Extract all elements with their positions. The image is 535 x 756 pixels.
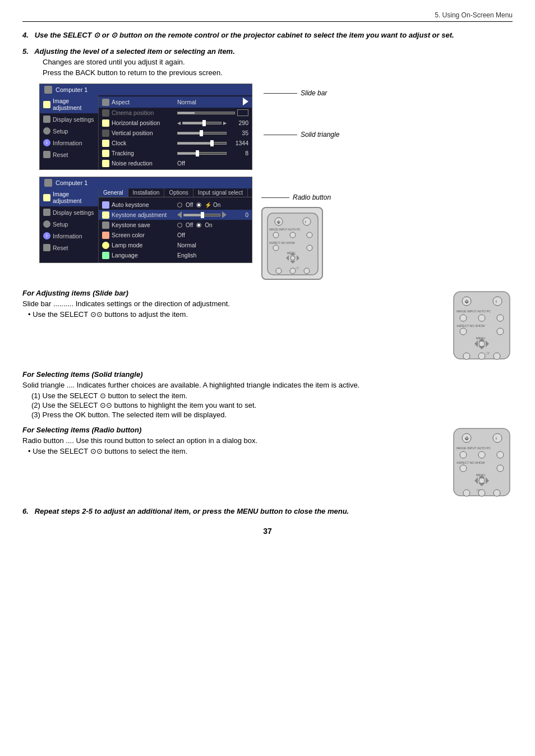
- page-number: 37: [22, 527, 513, 536]
- keystone-adj-bar: [177, 211, 227, 218]
- svg-text:i: i: [496, 299, 497, 304]
- keystone-adj-icon: [102, 211, 109, 219]
- svg-point-42: [494, 353, 500, 359]
- radio-button-p1: Radio button .... Use this round button …: [22, 436, 440, 445]
- solid-triangle-title: For Selecting items (Solid triangle): [22, 370, 513, 379]
- radio-on-1: [196, 202, 201, 208]
- slide-bar-p2: • Use the SELECT ⊙⊙ buttons to adjust th…: [28, 310, 440, 319]
- radio-button-title: For Selecting items (Radio button): [22, 426, 440, 434]
- radio-button-text: For Selecting items (Radio button) Radio…: [22, 426, 440, 458]
- ann-solid-triangle-text: Solid triangle: [301, 131, 339, 139]
- display-icon: [43, 116, 50, 123]
- setup-icon: [43, 127, 50, 135]
- diagram2-wrapper: Computer 1 Image adjustment Display sett…: [39, 177, 513, 280]
- osd2-sidebar-display: Display settings: [40, 206, 98, 218]
- svg-point-8: [307, 232, 312, 238]
- svg-point-25: [493, 297, 502, 306]
- ann-radio-line: [261, 197, 289, 198]
- horiz-slidebar: ◀ ▶: [177, 121, 227, 126]
- radio-button-section: For Selecting items (Radio button) Radio…: [22, 426, 513, 500]
- osd-content-1: Aspect Normal Cinema position: [99, 95, 252, 169]
- svg-point-41: [478, 353, 485, 359]
- remote-1: ⏻ i IMAGE INPUT AUTO PC ASPECT NO SHOW M…: [261, 207, 323, 280]
- svg-point-33: [497, 328, 504, 335]
- step5-section: 5. Adjusting the level of a selected ite…: [22, 47, 513, 77]
- slide-bar-p1: Slide bar .......... Indicates settings …: [22, 299, 440, 308]
- tracking-icon: [102, 150, 109, 157]
- sidebar-item-display: Display settings: [40, 113, 98, 125]
- remote-2-container: ⏻ i IMAGE INPUT AUTO PC ASPECT NO SHOW M…: [451, 289, 513, 363]
- svg-text:ASPECT  NO SHOW: ASPECT NO SHOW: [269, 241, 295, 245]
- osd2-row-keystone-adj: Keystone adjustment 0: [99, 210, 252, 220]
- svg-point-10: [273, 245, 279, 251]
- vert-slidebar: [177, 132, 227, 135]
- cinema-icon: [102, 109, 109, 117]
- osd2-row-auto-keystone: Auto keystone Off ⚡ On: [99, 200, 252, 210]
- solid-triangle-p4: (3) Press the OK button. The selected it…: [31, 411, 513, 419]
- solid-triangle-list: (1) Use the SELECT ⊙ button to select th…: [31, 391, 513, 419]
- osd2-sidebar-setup: Setup: [40, 218, 98, 230]
- sidebar-item-image: Image adjustment: [40, 95, 98, 113]
- sidebar-item-information: i Information: [40, 137, 98, 149]
- solid-triangle-indicator: [243, 98, 248, 105]
- annotations-1: Slide bar Solid triangle: [264, 84, 339, 139]
- horiz-icon: [102, 119, 109, 127]
- step6-section: 6. Repeat steps 2-5 to adjust an additio…: [22, 507, 513, 515]
- osd-inner-1: Image adjustment Display settings Setup …: [40, 95, 252, 169]
- radio-off-1: [177, 202, 182, 208]
- clock-slidebar: [177, 142, 227, 145]
- osd2-reset-icon: [43, 244, 50, 251]
- remote-3-container: ⏻ i IMAGE INPUT AUTO PC ASPECT NO SHOW M…: [451, 426, 513, 500]
- keystone-save-icon: [102, 222, 109, 229]
- osd2-title-icon: [44, 179, 52, 187]
- step5-title: 5. Adjusting the level of a selected ite…: [22, 47, 513, 56]
- aspect-icon: [102, 99, 109, 106]
- svg-text:IMAGE INPUT AUTO PC: IMAGE INPUT AUTO PC: [269, 228, 301, 231]
- diagram2-right: Radio button ⏻ i IMAGE INPUT AUTO PC ASP…: [261, 177, 331, 280]
- osd-row-cinema: Cinema position: [99, 108, 252, 118]
- osd2-row-keystone-save: Keystone save Off On: [99, 220, 252, 230]
- step4-section: 4. Use the SELECT ⊙ or ⊙ button on the r…: [22, 31, 513, 39]
- solid-triangle-section: For Selecting items (Solid triangle) Sol…: [22, 370, 513, 419]
- ann-radio-text: Radio button: [293, 193, 331, 201]
- svg-point-18: [276, 268, 282, 274]
- svg-text:ASPECT    NO SHOW: ASPECT NO SHOW: [456, 324, 485, 328]
- svg-point-50: [460, 451, 467, 458]
- svg-text:☞: ☞: [296, 266, 299, 271]
- tab-general: General: [99, 188, 128, 197]
- svg-text:ASPECT    NO SHOW: ASPECT NO SHOW: [456, 461, 485, 464]
- tab-input-signal: Input signal select: [193, 188, 248, 197]
- step5-sub1: Changes are stored until you adjust it a…: [43, 58, 513, 66]
- sidebar-item-reset: Reset: [40, 149, 98, 160]
- osd2-row-lamp-mode: Lamp mode Normal: [99, 240, 252, 250]
- osd2-sidebar-image: Image adjustment: [40, 188, 98, 206]
- ann-solid-triangle: Solid triangle: [264, 131, 339, 139]
- osd2-title-text: Computer 1: [56, 179, 87, 186]
- svg-point-51: [478, 451, 485, 458]
- osd-title-text: Computer 1: [56, 86, 87, 93]
- svg-point-40: [463, 353, 470, 359]
- svg-point-7: [290, 232, 296, 238]
- solid-triangle-p2: (1) Use the SELECT ⊙ button to select th…: [31, 391, 513, 400]
- info-icon: i: [43, 139, 50, 146]
- svg-point-19: [290, 268, 296, 274]
- osd2-sidebar-reset: Reset: [40, 242, 98, 253]
- tab-installation: Installation: [128, 188, 165, 197]
- slide-bar-section: For Adjusting items (Slide bar) Slide ba…: [22, 289, 513, 363]
- osd-title-icon: [44, 86, 52, 94]
- svg-point-62: [463, 490, 470, 496]
- slide-bar-text: For Adjusting items (Slide bar) Slide ba…: [22, 289, 440, 321]
- step5-sub2: Press the BACK button to return to the p…: [43, 68, 513, 77]
- slide-bar-title: For Adjusting items (Slide bar): [22, 289, 440, 297]
- osd2-display-icon: [43, 209, 50, 216]
- remote-svg-1: ⏻ i IMAGE INPUT AUTO PC ASPECT NO SHOW M…: [265, 210, 321, 278]
- ann-slide-bar: Slide bar: [264, 89, 339, 97]
- noise-icon: [102, 160, 109, 167]
- osd-row-tracking: Tracking 8: [99, 148, 252, 158]
- screen-color-icon: [102, 232, 109, 239]
- header-title: 5. Using On-Screen Menu: [435, 11, 513, 19]
- svg-point-54: [460, 465, 467, 472]
- image-icon: [43, 101, 50, 108]
- osd-row-clock: Clock 1344: [99, 138, 252, 148]
- solid-triangle-p1: Solid triangle .... Indicates further ch…: [22, 381, 513, 389]
